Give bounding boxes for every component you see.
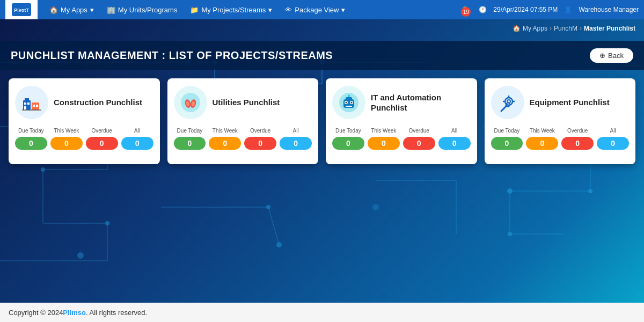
construction-this-week[interactable]: 0 — [50, 137, 83, 150]
notification-bell[interactable]: 🔔 19 — [461, 6, 472, 13]
utilities-all[interactable]: 0 — [280, 137, 312, 150]
navbar: PivotT 🏠 My Apps ▾ 🏢 My Units/Programs 📁… — [0, 0, 644, 19]
footer-copyright: Copyright © 2024 — [9, 309, 63, 317]
construction-icon — [15, 86, 48, 119]
svg-rect-55 — [346, 97, 352, 100]
svg-point-38 — [372, 204, 379, 210]
utilities-card-header: Utilities Punchlist — [174, 86, 312, 119]
svg-point-59 — [346, 102, 347, 104]
equipment-overdue[interactable]: 0 — [561, 137, 594, 150]
it-icon — [332, 86, 365, 119]
equipment-stat-labels: Due Today This Week Overdue All — [491, 128, 630, 134]
folder-icon: 📁 — [190, 6, 199, 14]
chevron-down-icon: ▾ — [90, 6, 94, 14]
it-this-week[interactable]: 0 — [368, 137, 400, 150]
utilities-stat-values: 0 0 0 0 — [174, 137, 312, 150]
home-icon: 🏠 — [49, 6, 58, 14]
svg-point-56 — [348, 95, 350, 97]
breadcrumb: 🏠 My Apps › PunchM › Master Punchlist — [513, 25, 635, 32]
equipment-stat-values: 0 0 0 0 — [491, 137, 630, 150]
eye-icon: 👁 — [285, 6, 292, 14]
utilities-icon — [174, 86, 207, 119]
svg-rect-61 — [346, 106, 352, 107]
svg-point-30 — [276, 242, 282, 247]
page-header: PUNCHLIST MANAGEMENT : LIST OF PROJECTS/… — [0, 41, 644, 70]
svg-rect-42 — [24, 103, 26, 105]
equipment-card[interactable]: Equipment Punchlist Due Today This Week … — [485, 78, 636, 164]
it-overdue[interactable]: 0 — [403, 137, 435, 150]
construction-card-title: Construction Punchlist — [54, 97, 142, 108]
equipment-all[interactable]: 0 — [597, 137, 629, 150]
svg-point-32 — [588, 189, 592, 193]
breadcrumb-item-1[interactable]: My Apps — [523, 25, 547, 32]
it-stat-values: 0 0 0 0 — [332, 137, 471, 150]
it-card-header: IT and Automation Punchlist — [332, 86, 471, 119]
svg-point-33 — [507, 188, 513, 194]
utilities-overdue[interactable]: 0 — [244, 137, 276, 150]
cards-container: Construction Punchlist Due Today This We… — [9, 78, 635, 164]
app-logo: PivotT — [5, 0, 38, 19]
datetime-display: 29/Apr/2024 07:55 PM — [493, 6, 558, 13]
equipment-due-today[interactable]: 0 — [491, 137, 523, 150]
navbar-right: 🔔 19 🕐 29/Apr/2024 07:55 PM 👤 Warehouse … — [461, 6, 639, 13]
username-display: Warehouse Manager — [579, 6, 639, 13]
it-all[interactable]: 0 — [438, 137, 471, 150]
construction-due-today[interactable]: 0 — [15, 137, 47, 150]
nav-projects[interactable]: 📁 My Projects/Streams ▾ — [184, 0, 279, 19]
building-icon: 🏢 — [107, 6, 115, 14]
svg-point-34 — [508, 232, 512, 236]
home-breadcrumb-icon: 🏠 — [513, 25, 521, 32]
construction-card[interactable]: Construction Punchlist Due Today This We… — [9, 78, 160, 164]
back-circle-icon: ⊕ — [599, 52, 605, 60]
it-automation-card[interactable]: IT and Automation Punchlist Due Today Th… — [326, 78, 477, 164]
utilities-card-title: Utilities Punchlist — [213, 97, 280, 108]
equipment-this-week[interactable]: 0 — [526, 137, 558, 150]
page-title: PUNCHLIST MANAGEMENT : LIST OF PROJECTS/… — [11, 49, 590, 62]
svg-rect-45 — [33, 105, 35, 107]
it-due-today[interactable]: 0 — [332, 137, 364, 150]
clock-icon: 🕐 — [479, 6, 487, 13]
footer-suffix: . All rights reserved. — [86, 309, 147, 317]
it-card-title: IT and Automation Punchlist — [371, 92, 471, 113]
footer-brand[interactable]: Plimso — [63, 309, 86, 317]
utilities-due-today[interactable]: 0 — [174, 137, 206, 150]
construction-overdue[interactable]: 0 — [86, 137, 118, 150]
footer: Copyright © 2024 Plimso . All rights res… — [0, 303, 644, 322]
equipment-icon — [491, 86, 524, 119]
it-stat-labels: Due Today This Week Overdue All — [332, 128, 471, 134]
svg-rect-40 — [25, 98, 29, 100]
main-background: 🏠 My Apps › PunchM › Master Punchlist PU… — [0, 19, 644, 322]
utilities-this-week[interactable]: 0 — [209, 137, 241, 150]
svg-point-48 — [181, 93, 200, 112]
svg-rect-43 — [27, 103, 30, 105]
svg-point-27 — [41, 167, 45, 172]
breadcrumb-item-2[interactable]: PunchM — [554, 25, 577, 32]
svg-point-35 — [77, 252, 84, 259]
svg-point-60 — [351, 102, 353, 104]
equipment-card-header: Equipment Punchlist — [491, 86, 630, 119]
svg-rect-44 — [24, 106, 26, 110]
notification-badge: 19 — [461, 7, 471, 17]
svg-point-28 — [105, 221, 109, 225]
svg-text:PivotT: PivotT — [14, 8, 29, 13]
construction-all[interactable]: 0 — [121, 137, 153, 150]
nav-packageview[interactable]: 👁 Package View ▾ — [279, 0, 352, 19]
nav-units[interactable]: 🏢 My Units/Programs — [100, 0, 184, 19]
svg-point-29 — [266, 205, 270, 209]
chevron-down-icon-3: ▾ — [341, 6, 345, 14]
svg-line-15 — [268, 207, 279, 245]
construction-card-header: Construction Punchlist — [15, 86, 153, 119]
utilities-card[interactable]: Utilities Punchlist Due Today This Week … — [167, 78, 319, 164]
breadcrumb-item-3: Master Punchlist — [584, 25, 635, 32]
svg-rect-46 — [36, 105, 38, 107]
back-button[interactable]: ⊕ Back — [590, 48, 633, 63]
construction-stat-values: 0 0 0 0 — [15, 137, 153, 150]
nav-myapps[interactable]: 🏠 My Apps ▾ — [43, 0, 100, 19]
user-icon: 👤 — [564, 6, 572, 13]
equipment-card-title: Equipment Punchlist — [530, 97, 610, 108]
utilities-stat-labels: Due Today This Week Overdue All — [174, 128, 312, 134]
construction-stat-labels: Due Today This Week Overdue All — [15, 128, 153, 134]
chevron-down-icon-2: ▾ — [268, 6, 272, 14]
